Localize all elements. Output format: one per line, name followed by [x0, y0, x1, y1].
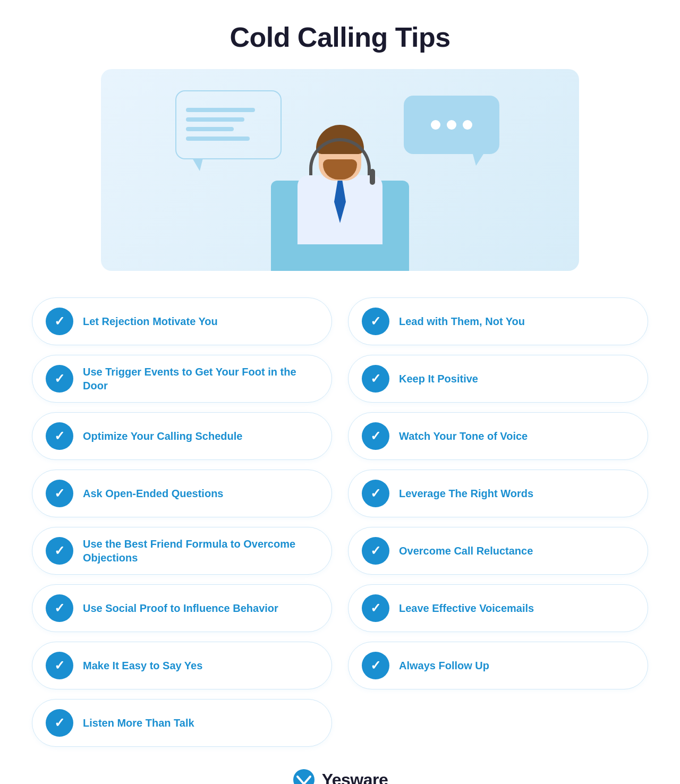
brand-footer: Yesware	[292, 768, 388, 784]
check-circle: ✓	[46, 652, 73, 679]
check-circle: ✓	[362, 594, 389, 622]
tip-card-left-3: ✓ Ask Open-Ended Questions	[32, 470, 332, 517]
page-container: Cold Calling Tips	[0, 0, 680, 784]
tip-text: Leave Effective Voicemails	[399, 601, 534, 615]
tip-text: Overcome Call Reluctance	[399, 544, 533, 558]
check-circle: ✓	[46, 422, 73, 450]
person-illustration	[260, 133, 420, 271]
person-body	[298, 175, 382, 244]
person-head	[319, 133, 361, 181]
tips-grid: ✓ Let Rejection Motivate You ✓ Lead with…	[32, 297, 648, 747]
check-mark: ✓	[54, 544, 65, 557]
illustration-area	[101, 69, 579, 271]
tip-text: Watch Your Tone of Voice	[399, 429, 528, 443]
tip-card-left-2: ✓ Optimize Your Calling Schedule	[32, 412, 332, 460]
check-mark: ✓	[370, 602, 381, 615]
check-circle: ✓	[46, 365, 73, 393]
yesware-logo-icon	[292, 768, 316, 784]
dot-3	[463, 120, 472, 130]
dot-2	[447, 120, 456, 130]
check-circle: ✓	[362, 422, 389, 450]
tip-text: Always Follow Up	[399, 659, 489, 672]
check-mark: ✓	[370, 544, 381, 557]
check-mark: ✓	[370, 315, 381, 328]
brand-name: Yesware	[322, 770, 388, 785]
tip-text: Use the Best Friend Formula to Overcome …	[83, 537, 318, 565]
check-mark: ✓	[54, 659, 65, 672]
check-circle: ✓	[362, 652, 389, 679]
tip-card-left-7: ✓ Listen More Than Talk	[32, 699, 332, 747]
bubble-line-2	[186, 117, 244, 122]
tip-card-right-5: ✓ Leave Effective Voicemails	[348, 584, 648, 632]
person-head-area	[319, 133, 361, 175]
check-circle: ✓	[46, 709, 73, 737]
tip-text: Use Trigger Events to Get Your Foot in t…	[83, 365, 318, 393]
tip-card-left-0: ✓ Let Rejection Motivate You	[32, 297, 332, 345]
check-circle: ✓	[362, 480, 389, 507]
bubble-line-3	[186, 127, 234, 131]
check-circle: ✓	[362, 308, 389, 335]
tip-text: Use Social Proof to Influence Behavior	[83, 601, 278, 615]
tip-card-right-3: ✓ Leverage The Right Words	[348, 470, 648, 517]
tip-card-right-6: ✓ Always Follow Up	[348, 642, 648, 689]
tip-text: Ask Open-Ended Questions	[83, 487, 223, 500]
tip-text: Leverage The Right Words	[399, 487, 533, 500]
tip-card-left-5: ✓ Use Social Proof to Influence Behavior	[32, 584, 332, 632]
empty-cell	[348, 699, 648, 747]
check-mark: ✓	[54, 487, 65, 500]
tip-text: Listen More Than Talk	[83, 716, 194, 730]
tip-card-right-1: ✓ Keep It Positive	[348, 355, 648, 403]
check-mark: ✓	[370, 430, 381, 442]
page-title: Cold Calling Tips	[230, 21, 450, 53]
check-circle: ✓	[46, 480, 73, 507]
check-mark: ✓	[54, 430, 65, 442]
check-circle: ✓	[362, 365, 389, 393]
check-mark: ✓	[370, 659, 381, 672]
check-mark: ✓	[54, 602, 65, 615]
tip-text: Make It Easy to Say Yes	[83, 659, 202, 672]
tip-text: Optimize Your Calling Schedule	[83, 429, 242, 443]
check-mark: ✓	[54, 315, 65, 328]
headset	[309, 138, 371, 175]
bubble-line-1	[186, 108, 255, 112]
tip-text: Lead with Them, Not You	[399, 314, 525, 328]
person-tie	[334, 181, 346, 223]
tip-card-left-4: ✓ Use the Best Friend Formula to Overcom…	[32, 527, 332, 575]
headset-mic	[370, 169, 375, 185]
tip-card-left-6: ✓ Make It Easy to Say Yes	[32, 642, 332, 689]
tip-card-right-4: ✓ Overcome Call Reluctance	[348, 527, 648, 575]
tip-card-left-1: ✓ Use Trigger Events to Get Your Foot in…	[32, 355, 332, 403]
tip-text: Let Rejection Motivate You	[83, 314, 218, 328]
check-mark: ✓	[54, 717, 65, 729]
check-mark: ✓	[54, 372, 65, 385]
bubble-line-4	[186, 137, 250, 141]
tip-card-right-2: ✓ Watch Your Tone of Voice	[348, 412, 648, 460]
dot-1	[431, 120, 440, 130]
tip-card-right-0: ✓ Lead with Them, Not You	[348, 297, 648, 345]
laptop-area	[260, 244, 420, 271]
check-circle: ✓	[362, 537, 389, 565]
check-mark: ✓	[370, 372, 381, 385]
check-circle: ✓	[46, 537, 73, 565]
check-mark: ✓	[370, 487, 381, 500]
check-circle: ✓	[46, 594, 73, 622]
tip-text: Keep It Positive	[399, 372, 478, 386]
check-circle: ✓	[46, 308, 73, 335]
